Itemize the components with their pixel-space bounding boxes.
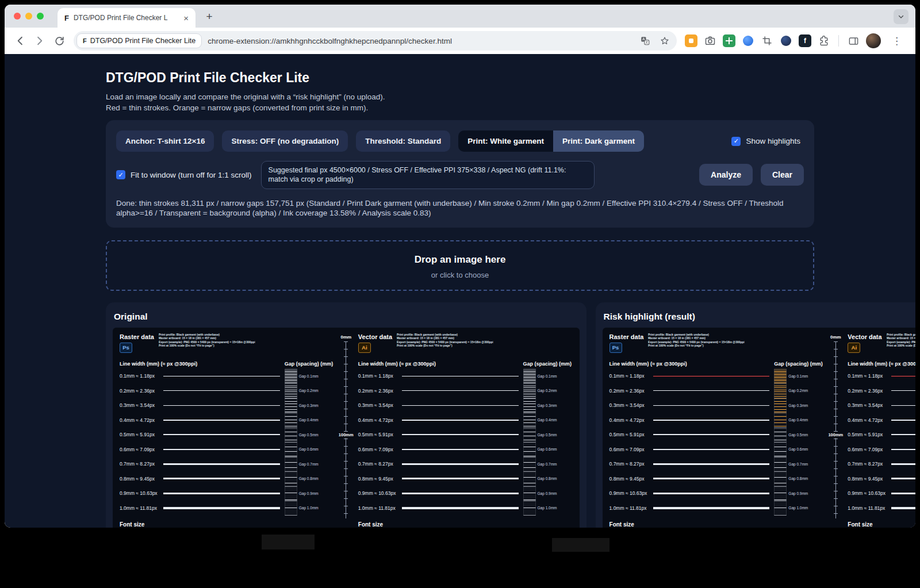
line-width-label: 0.5mm ≈ 5.91px: [848, 432, 891, 437]
gap-row: Gap 1.0mm: [285, 501, 334, 516]
mm-ruler: 0mm100mm: [338, 333, 355, 518]
threshold-button[interactable]: Threshold: Standard: [356, 130, 450, 152]
line-width-row: 0.2mm ≈ 2.36px: [848, 383, 915, 398]
gap-row: Gap 0.1mm: [285, 369, 334, 384]
test-line: [653, 478, 770, 479]
gap-swatch: [285, 457, 297, 472]
gap-swatch: [774, 398, 787, 413]
print-profile-notes: Print profile: Black garment (with under…: [159, 333, 255, 347]
line-width-row: 0.5mm ≈ 5.91px: [120, 428, 285, 443]
line-width-label: 0.1mm ≈ 1.18px: [358, 373, 402, 379]
test-line: [163, 405, 280, 406]
address-bar[interactable]: F DTG/POD Print File Checker Lite chrome…: [74, 31, 677, 51]
side-panel-icon[interactable]: [847, 34, 860, 47]
line-width-row: 0.7mm ≈ 8.27px: [848, 457, 915, 472]
print-profile-notes: Print profile: Black garment (with under…: [887, 333, 915, 347]
crop-extension-icon[interactable]: [761, 34, 773, 47]
back-button[interactable]: [10, 31, 30, 51]
data-type-label: Raster data: [120, 333, 154, 340]
controls-card: Anchor: T-shirt 12×16 Stress: OFF (no de…: [106, 120, 814, 228]
gap-header: Gap (spacing) (mm): [523, 361, 573, 367]
gap-swatch: [285, 369, 297, 384]
original-preview-image: Raster dataPsPrint profile: Black garmen…: [113, 328, 580, 528]
f-extension-icon[interactable]: f: [799, 34, 811, 47]
gap-swatch: [285, 501, 297, 516]
gap-swatch: [774, 501, 787, 516]
profile-avatar[interactable]: [866, 33, 881, 48]
fit-to-window-checkbox[interactable]: ✓ Fit to window (turn off for 1:1 scroll…: [116, 170, 252, 179]
minimize-window-button[interactable]: [25, 13, 32, 20]
anchor-button[interactable]: Anchor: T-shirt 12×16: [116, 130, 214, 152]
blue-circle-extension-icon[interactable]: [742, 34, 754, 47]
line-width-label: 0.5mm ≈ 5.91px: [120, 432, 163, 437]
line-width-row: 0.3mm ≈ 3.54px: [358, 398, 523, 413]
font-size-title: Font size: [358, 521, 573, 528]
analyze-button[interactable]: Analyze: [699, 164, 753, 186]
photoshop-badge-icon: Ps: [120, 343, 132, 353]
grid-extension-icon[interactable]: [723, 34, 735, 47]
test-line: [653, 463, 770, 465]
gap-label: Gap 1.0mm: [536, 506, 557, 510]
extension-site-chip[interactable]: F DTG/POD Print File Checker Lite: [76, 33, 202, 48]
risk-panel: Risk highlight (result) Raster dataPsPri…: [596, 302, 915, 528]
browser-toolbar: F DTG/POD Print File Checker Lite chrome…: [5, 28, 915, 54]
gap-label: Gap 0.1mm: [787, 374, 808, 378]
gap-label: Gap 0.5mm: [297, 433, 319, 437]
reload-button[interactable]: [49, 31, 69, 51]
close-window-button[interactable]: [14, 13, 21, 20]
line-width-row: 0.9mm ≈ 10.63px: [358, 486, 523, 501]
checkbox-checked-icon: ✓: [731, 137, 741, 146]
line-width-row: 0.9mm ≈ 10.63px: [610, 486, 775, 501]
tab-close-icon[interactable]: ×: [181, 13, 191, 24]
clear-button[interactable]: Clear: [761, 164, 804, 186]
zoom-window-button[interactable]: [37, 13, 44, 20]
gap-row: Gap 0.8mm: [285, 471, 334, 486]
print-white-button[interactable]: Print: White garment: [458, 130, 553, 152]
camera-extension-icon[interactable]: [704, 34, 716, 47]
bookmark-star-icon[interactable]: [660, 36, 670, 46]
stress-button[interactable]: Stress: OFF (no degradation): [222, 130, 348, 152]
page-subtitle-2: Red = thin strokes. Orange = narrow gaps…: [106, 103, 814, 112]
data-type-label: Raster data: [610, 333, 644, 340]
browser-tab[interactable]: F DTG/POD Print File Checker L ×: [57, 8, 195, 28]
gap-swatch: [523, 383, 536, 398]
tab-search-button[interactable]: [894, 9, 908, 24]
analyze-row: ✓ Fit to window (turn off for 1:1 scroll…: [116, 161, 804, 189]
orange-extension-icon[interactable]: [685, 34, 697, 47]
font-size-title: Font size: [610, 521, 824, 528]
illustrator-badge-icon: Ai: [358, 343, 371, 353]
vector-data-half: Vector dataAiPrint profile: Black garmen…: [848, 333, 915, 528]
font-size-title: Font size: [120, 521, 334, 528]
gap-swatch: [774, 428, 787, 443]
ruler-line: 100mm: [343, 341, 348, 518]
line-width-label: 0.8mm ≈ 9.45px: [358, 476, 402, 482]
gap-row: Gap 0.1mm: [774, 369, 823, 384]
ruler-zero-label: 0mm: [340, 335, 351, 340]
navy-circle-extension-icon[interactable]: [780, 34, 792, 47]
gap-swatch: [523, 398, 536, 413]
translate-icon[interactable]: [640, 36, 650, 46]
browser-menu-icon[interactable]: ⋮: [887, 35, 906, 47]
gap-swatch: [285, 471, 297, 486]
url-text[interactable]: chrome-extension://amkhhgnhcckbolfnghkhe…: [208, 37, 634, 45]
new-tab-button[interactable]: +: [201, 9, 217, 25]
gap-swatch: [523, 457, 536, 472]
line-width-label: 0.7mm ≈ 8.27px: [120, 461, 163, 467]
gap-row: Gap 0.5mm: [774, 428, 823, 443]
address-bar-icons: [640, 36, 670, 46]
image-dropzone[interactable]: Drop an image here or click to choose: [106, 240, 814, 291]
forward-button[interactable]: [30, 31, 49, 51]
gap-row: Gap 0.5mm: [285, 428, 334, 443]
ruler-line: 100mm: [833, 341, 838, 518]
line-width-row: 0.4mm ≈ 4.72px: [358, 413, 523, 428]
show-highlights-label: Show highlights: [746, 137, 800, 145]
show-highlights-checkbox[interactable]: ✓ Show highlights: [731, 137, 800, 146]
line-width-header: Line width (mm) (≈ px @300ppi): [358, 361, 523, 367]
extensions-puzzle-icon[interactable]: [818, 34, 830, 47]
test-line: [653, 493, 770, 494]
gap-header: Gap (spacing) (mm): [285, 361, 334, 367]
print-mode-segment: Print: White garment Print: Dark garment: [458, 130, 644, 152]
print-dark-button[interactable]: Print: Dark garment: [553, 130, 644, 152]
line-width-row: 0.1mm ≈ 1.18px: [610, 369, 775, 384]
test-line: [402, 463, 519, 465]
